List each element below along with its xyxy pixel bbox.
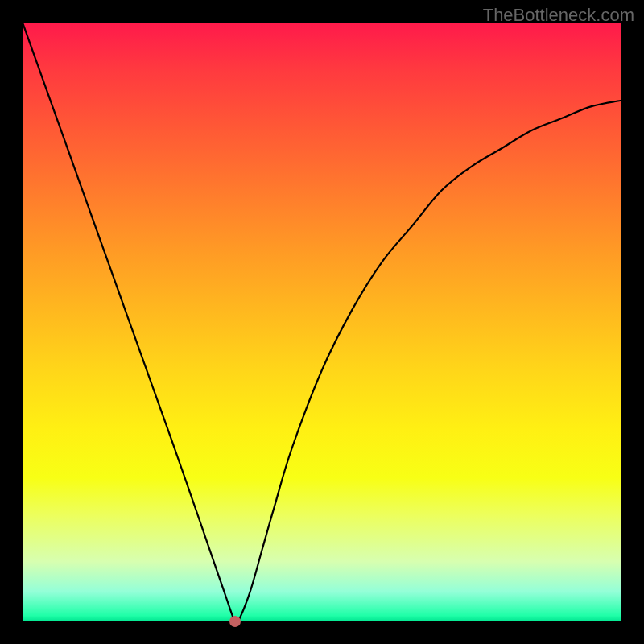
marker-dot [229,616,241,627]
bottleneck-curve [23,23,621,621]
watermark-text: TheBottleneck.com [483,5,634,26]
chart-container: TheBottleneck.com [0,0,644,644]
curve-svg [23,23,621,621]
